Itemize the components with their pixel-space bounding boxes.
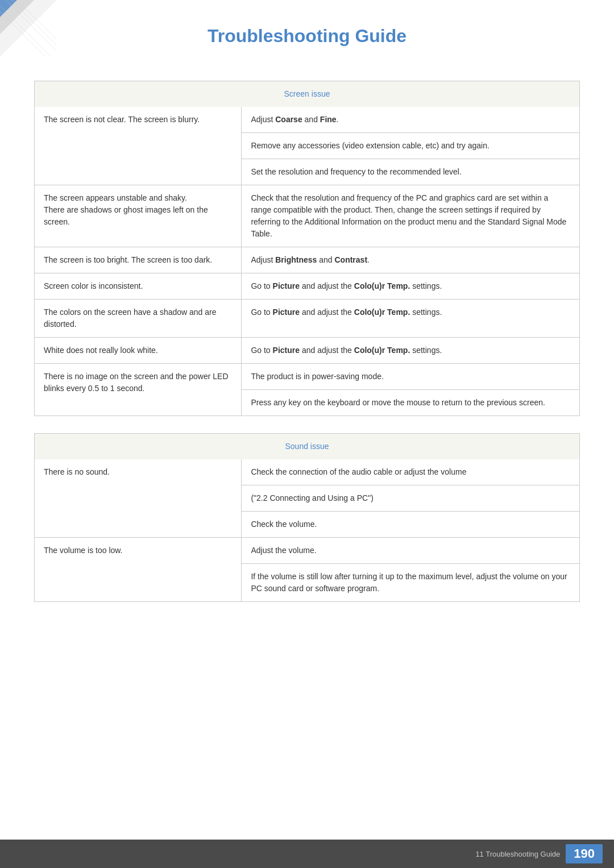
solution-cell: Check the volume. [242,512,580,538]
corner-decoration [0,0,57,57]
problem-cell: There is no image on the screen and the … [35,364,242,416]
solution-cell: Check that the resolution and frequency … [242,185,580,247]
table-row: The screen is not clear. The screen is b… [35,107,580,133]
solution-cell: Adjust the volume. [242,538,580,564]
table-row: There is no sound. Check the connection … [35,459,580,485]
problem-cell: White does not really look white. [35,338,242,364]
bold-term: Picture [273,346,300,355]
table-row: The screen appears unstable and shaky.Th… [35,185,580,247]
solution-cell: Press any key on the keyboard or move th… [242,390,580,416]
bold-term: Brightness [275,255,317,264]
sound-issue-header: Sound issue [35,434,580,460]
bold-term: Picture [273,281,300,290]
solution-cell: ("2.2 Connecting and Using a PC") [242,485,580,512]
solution-cell: The product is in power-saving mode. [242,364,580,390]
screen-issue-table: Screen issue The screen is not clear. Th… [34,81,580,416]
problem-cell: The colors on the screen have a shadow a… [35,300,242,338]
table-row: The volume is too low. Adjust the volume… [35,538,580,564]
bold-term: Picture [273,308,300,317]
footer-bar: 11 Troubleshooting Guide 190 [0,840,614,868]
screen-issue-header: Screen issue [35,81,580,107]
problem-cell: There is no sound. [35,459,242,538]
solution-cell: Adjust Brightness and Contrast. [242,247,580,273]
problem-cell: Screen color is inconsistent. [35,273,242,300]
solution-cell: Set the resolution and frequency to the … [242,159,580,185]
problem-cell: The screen appears unstable and shaky.Th… [35,185,242,247]
content-area: Screen issue The screen is not clear. Th… [0,81,614,665]
bold-term: Colo(u)r Temp. [354,346,410,355]
solution-cell: Check the connection of the audio cable … [242,459,580,485]
page-number: 190 [566,844,603,863]
bold-term: Colo(u)r Temp. [354,281,410,290]
table-row: White does not really look white. Go to … [35,338,580,364]
table-row: There is no image on the screen and the … [35,364,580,390]
problem-cell: The screen is too bright. The screen is … [35,247,242,273]
page-title: Troubleshooting Guide [0,0,614,81]
solution-cell: Adjust Coarse and Fine. [242,107,580,133]
solution-cell: Go to Picture and adjust the Colo(u)r Te… [242,300,580,338]
bold-term: Contrast [334,255,367,264]
sound-issue-table: Sound issue There is no sound. Check the… [34,433,580,602]
footer-label: 11 Troubleshooting Guide [475,850,560,858]
problem-cell: The volume is too low. [35,538,242,602]
table-row: Screen color is inconsistent. Go to Pict… [35,273,580,300]
solution-cell: Remove any accessories (video extension … [242,133,580,159]
solution-cell: If the volume is still low after turning… [242,564,580,602]
bold-term: Fine [320,115,337,124]
problem-cell: The screen is not clear. The screen is b… [35,107,242,185]
bold-term: Coarse [275,115,302,124]
bold-term: Colo(u)r Temp. [354,308,410,317]
table-row: The colors on the screen have a shadow a… [35,300,580,338]
table-row: The screen is too bright. The screen is … [35,247,580,273]
solution-cell: Go to Picture and adjust the Colo(u)r Te… [242,273,580,300]
solution-cell: Go to Picture and adjust the Colo(u)r Te… [242,338,580,364]
